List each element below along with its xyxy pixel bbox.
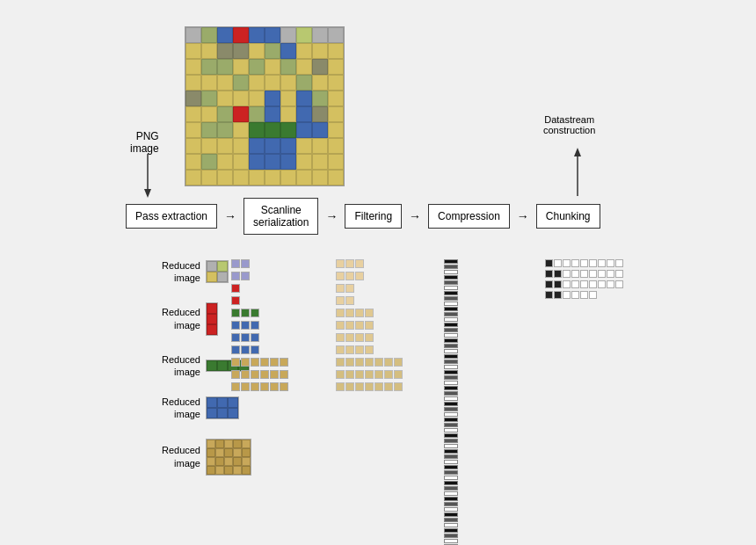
- mini-grid-2: [206, 302, 218, 336]
- scanline-box: Scanlineserialization: [244, 198, 318, 235]
- pass-extraction-box: Pass extraction: [126, 204, 217, 229]
- mini-grid-1: [206, 260, 229, 283]
- arrow-2: →: [318, 210, 345, 222]
- scanline-col: [231, 259, 288, 395]
- chunking-col: [545, 259, 623, 302]
- compression-box: Compression: [428, 204, 510, 229]
- chunking-box: Chunking: [536, 204, 600, 229]
- compression-col: [444, 259, 458, 545]
- arrow-4: →: [510, 210, 536, 222]
- arrow-3: →: [402, 210, 428, 222]
- arrow-png-to-pass: [139, 154, 156, 202]
- process-row: Pass extraction → Scanlineserialization …: [126, 198, 600, 235]
- filtering-box: Filtering: [345, 204, 402, 229]
- mini-grid-5: [206, 439, 251, 476]
- datastream-label: Datastreamconstruction: [543, 114, 595, 135]
- arrow-chunking-to-ds: [569, 139, 586, 200]
- reduced-image-4: Reducedimage: [126, 396, 251, 421]
- png-image-label: PNGimage: [130, 130, 159, 155]
- arrow-1: →: [217, 210, 244, 222]
- png-image: [185, 26, 345, 186]
- reduced-image-5: Reducedimage: [126, 439, 251, 476]
- svg-marker-1: [144, 189, 151, 198]
- mini-grid-4: [206, 396, 239, 419]
- diagram: PNGimage Datastreamconstruction Pass ext…: [0, 0, 756, 545]
- filter-col: [336, 259, 403, 395]
- svg-marker-3: [574, 148, 581, 156]
